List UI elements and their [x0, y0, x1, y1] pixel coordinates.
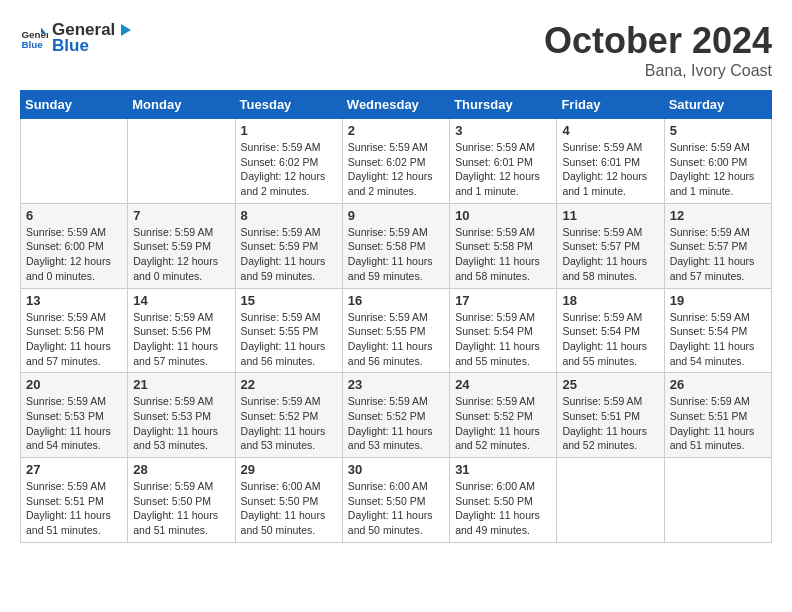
calendar-cell: 3Sunrise: 5:59 AM Sunset: 6:01 PM Daylig…	[450, 119, 557, 204]
day-info: Sunrise: 5:59 AM Sunset: 5:56 PM Dayligh…	[133, 310, 229, 369]
logo-arrow-icon	[117, 22, 133, 38]
day-number: 17	[455, 293, 551, 308]
weekday-tuesday: Tuesday	[235, 91, 342, 119]
calendar-cell: 28Sunrise: 5:59 AM Sunset: 5:50 PM Dayli…	[128, 458, 235, 543]
calendar-cell: 21Sunrise: 5:59 AM Sunset: 5:53 PM Dayli…	[128, 373, 235, 458]
day-info: Sunrise: 6:00 AM Sunset: 5:50 PM Dayligh…	[348, 479, 444, 538]
day-number: 23	[348, 377, 444, 392]
weekday-friday: Friday	[557, 91, 664, 119]
day-number: 24	[455, 377, 551, 392]
calendar-cell: 23Sunrise: 5:59 AM Sunset: 5:52 PM Dayli…	[342, 373, 449, 458]
calendar-cell: 10Sunrise: 5:59 AM Sunset: 5:58 PM Dayli…	[450, 203, 557, 288]
day-number: 31	[455, 462, 551, 477]
day-info: Sunrise: 5:59 AM Sunset: 5:51 PM Dayligh…	[670, 394, 766, 453]
day-number: 1	[241, 123, 337, 138]
day-number: 30	[348, 462, 444, 477]
svg-marker-2	[121, 24, 131, 36]
day-info: Sunrise: 5:59 AM Sunset: 5:54 PM Dayligh…	[455, 310, 551, 369]
day-number: 27	[26, 462, 122, 477]
day-info: Sunrise: 5:59 AM Sunset: 5:56 PM Dayligh…	[26, 310, 122, 369]
calendar-row-5: 27Sunrise: 5:59 AM Sunset: 5:51 PM Dayli…	[21, 458, 772, 543]
calendar-cell: 9Sunrise: 5:59 AM Sunset: 5:58 PM Daylig…	[342, 203, 449, 288]
day-number: 14	[133, 293, 229, 308]
calendar-cell: 14Sunrise: 5:59 AM Sunset: 5:56 PM Dayli…	[128, 288, 235, 373]
calendar-row-3: 13Sunrise: 5:59 AM Sunset: 5:56 PM Dayli…	[21, 288, 772, 373]
day-info: Sunrise: 5:59 AM Sunset: 5:55 PM Dayligh…	[241, 310, 337, 369]
calendar-cell: 15Sunrise: 5:59 AM Sunset: 5:55 PM Dayli…	[235, 288, 342, 373]
day-info: Sunrise: 5:59 AM Sunset: 5:51 PM Dayligh…	[562, 394, 658, 453]
day-info: Sunrise: 5:59 AM Sunset: 5:52 PM Dayligh…	[241, 394, 337, 453]
day-info: Sunrise: 5:59 AM Sunset: 5:52 PM Dayligh…	[348, 394, 444, 453]
day-number: 18	[562, 293, 658, 308]
weekday-thursday: Thursday	[450, 91, 557, 119]
day-info: Sunrise: 5:59 AM Sunset: 5:50 PM Dayligh…	[133, 479, 229, 538]
location-title: Bana, Ivory Coast	[544, 62, 772, 80]
day-number: 3	[455, 123, 551, 138]
weekday-monday: Monday	[128, 91, 235, 119]
calendar-cell: 11Sunrise: 5:59 AM Sunset: 5:57 PM Dayli…	[557, 203, 664, 288]
calendar-cell: 17Sunrise: 5:59 AM Sunset: 5:54 PM Dayli…	[450, 288, 557, 373]
day-number: 21	[133, 377, 229, 392]
calendar-cell: 7Sunrise: 5:59 AM Sunset: 5:59 PM Daylig…	[128, 203, 235, 288]
calendar-cell	[664, 458, 771, 543]
day-info: Sunrise: 5:59 AM Sunset: 6:01 PM Dayligh…	[455, 140, 551, 199]
calendar-cell: 31Sunrise: 6:00 AM Sunset: 5:50 PM Dayli…	[450, 458, 557, 543]
day-number: 11	[562, 208, 658, 223]
svg-text:Blue: Blue	[21, 39, 43, 50]
calendar-cell: 4Sunrise: 5:59 AM Sunset: 6:01 PM Daylig…	[557, 119, 664, 204]
day-info: Sunrise: 6:00 AM Sunset: 5:50 PM Dayligh…	[455, 479, 551, 538]
day-info: Sunrise: 5:59 AM Sunset: 5:59 PM Dayligh…	[133, 225, 229, 284]
calendar-cell: 16Sunrise: 5:59 AM Sunset: 5:55 PM Dayli…	[342, 288, 449, 373]
calendar-cell: 20Sunrise: 5:59 AM Sunset: 5:53 PM Dayli…	[21, 373, 128, 458]
day-info: Sunrise: 5:59 AM Sunset: 5:52 PM Dayligh…	[455, 394, 551, 453]
calendar-cell: 30Sunrise: 6:00 AM Sunset: 5:50 PM Dayli…	[342, 458, 449, 543]
logo: General Blue General Blue	[20, 20, 133, 56]
weekday-header-row: SundayMondayTuesdayWednesdayThursdayFrid…	[21, 91, 772, 119]
day-info: Sunrise: 5:59 AM Sunset: 5:58 PM Dayligh…	[348, 225, 444, 284]
calendar-cell: 12Sunrise: 5:59 AM Sunset: 5:57 PM Dayli…	[664, 203, 771, 288]
day-number: 2	[348, 123, 444, 138]
day-info: Sunrise: 5:59 AM Sunset: 5:59 PM Dayligh…	[241, 225, 337, 284]
day-number: 19	[670, 293, 766, 308]
calendar-row-2: 6Sunrise: 5:59 AM Sunset: 6:00 PM Daylig…	[21, 203, 772, 288]
day-number: 10	[455, 208, 551, 223]
calendar-cell: 8Sunrise: 5:59 AM Sunset: 5:59 PM Daylig…	[235, 203, 342, 288]
day-info: Sunrise: 5:59 AM Sunset: 5:53 PM Dayligh…	[133, 394, 229, 453]
day-info: Sunrise: 5:59 AM Sunset: 5:57 PM Dayligh…	[670, 225, 766, 284]
day-info: Sunrise: 5:59 AM Sunset: 5:54 PM Dayligh…	[670, 310, 766, 369]
day-number: 6	[26, 208, 122, 223]
calendar-cell: 13Sunrise: 5:59 AM Sunset: 5:56 PM Dayli…	[21, 288, 128, 373]
logo-icon: General Blue	[20, 24, 48, 52]
day-info: Sunrise: 5:59 AM Sunset: 5:53 PM Dayligh…	[26, 394, 122, 453]
day-info: Sunrise: 5:59 AM Sunset: 6:02 PM Dayligh…	[348, 140, 444, 199]
day-number: 8	[241, 208, 337, 223]
day-number: 28	[133, 462, 229, 477]
calendar-cell: 26Sunrise: 5:59 AM Sunset: 5:51 PM Dayli…	[664, 373, 771, 458]
day-number: 20	[26, 377, 122, 392]
day-number: 22	[241, 377, 337, 392]
day-info: Sunrise: 6:00 AM Sunset: 5:50 PM Dayligh…	[241, 479, 337, 538]
calendar-cell: 5Sunrise: 5:59 AM Sunset: 6:00 PM Daylig…	[664, 119, 771, 204]
calendar-table: SundayMondayTuesdayWednesdayThursdayFrid…	[20, 90, 772, 543]
day-number: 29	[241, 462, 337, 477]
day-info: Sunrise: 5:59 AM Sunset: 5:58 PM Dayligh…	[455, 225, 551, 284]
title-area: October 2024 Bana, Ivory Coast	[544, 20, 772, 80]
calendar-cell: 6Sunrise: 5:59 AM Sunset: 6:00 PM Daylig…	[21, 203, 128, 288]
header: General Blue General Blue October 2024 B…	[20, 20, 772, 80]
calendar-cell: 22Sunrise: 5:59 AM Sunset: 5:52 PM Dayli…	[235, 373, 342, 458]
day-number: 13	[26, 293, 122, 308]
calendar-cell: 24Sunrise: 5:59 AM Sunset: 5:52 PM Dayli…	[450, 373, 557, 458]
day-info: Sunrise: 5:59 AM Sunset: 6:00 PM Dayligh…	[670, 140, 766, 199]
day-info: Sunrise: 5:59 AM Sunset: 5:51 PM Dayligh…	[26, 479, 122, 538]
day-info: Sunrise: 5:59 AM Sunset: 5:57 PM Dayligh…	[562, 225, 658, 284]
day-info: Sunrise: 5:59 AM Sunset: 6:02 PM Dayligh…	[241, 140, 337, 199]
day-info: Sunrise: 5:59 AM Sunset: 6:01 PM Dayligh…	[562, 140, 658, 199]
day-number: 7	[133, 208, 229, 223]
weekday-wednesday: Wednesday	[342, 91, 449, 119]
day-number: 9	[348, 208, 444, 223]
day-number: 26	[670, 377, 766, 392]
calendar-cell: 1Sunrise: 5:59 AM Sunset: 6:02 PM Daylig…	[235, 119, 342, 204]
calendar-cell	[557, 458, 664, 543]
day-number: 15	[241, 293, 337, 308]
day-info: Sunrise: 5:59 AM Sunset: 6:00 PM Dayligh…	[26, 225, 122, 284]
